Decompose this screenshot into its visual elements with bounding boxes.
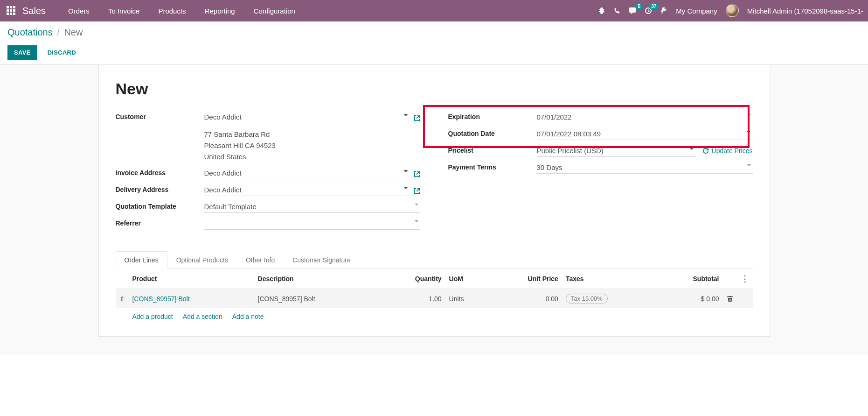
col-unit-price[interactable]: Unit Price — [488, 269, 562, 289]
delivery-address-field[interactable] — [204, 184, 410, 196]
breadcrumb-root[interactable]: Quotations — [7, 27, 53, 37]
pricelist-label: Pricelist — [448, 145, 537, 154]
add-note-link[interactable]: Add a note — [232, 313, 264, 320]
customer-label: Customer — [116, 111, 204, 120]
customer-address: 77 Santa Barbara Rd Pleasant Hill CA 945… — [204, 129, 420, 162]
add-section-link[interactable]: Add a section — [183, 313, 222, 320]
line-product[interactable]: [CONS_89957] Bolt — [132, 295, 190, 303]
col-uom[interactable]: UoM — [445, 269, 489, 289]
line-unit-price[interactable]: 0.00 — [488, 289, 562, 309]
form-sheet: New Customer — [98, 65, 770, 337]
columns-menu-icon[interactable]: ⋮ — [741, 274, 749, 283]
external-link-icon[interactable] — [414, 113, 420, 121]
save-button[interactable]: SAVE — [7, 45, 37, 60]
referrer-field[interactable] — [204, 218, 420, 230]
tools-icon[interactable] — [660, 7, 667, 14]
quotation-date-label: Quotation Date — [448, 128, 537, 137]
invoice-address-field[interactable] — [204, 167, 410, 179]
quotation-template-label: Quotation Template — [116, 201, 204, 210]
nav-menu: Orders To Invoice Products Reporting Con… — [59, 7, 305, 15]
tab-optional-products[interactable]: Optional Products — [167, 251, 237, 269]
app-brand[interactable]: Sales — [22, 6, 46, 16]
drag-handle-icon[interactable]: ⇳ — [116, 289, 129, 309]
record-title: New — [116, 80, 753, 98]
nav-configuration[interactable]: Configuration — [244, 7, 305, 15]
pricelist-field[interactable] — [537, 145, 696, 157]
messaging-badge: 5 — [635, 3, 643, 9]
line-tax[interactable]: Tax 15.00% — [566, 294, 608, 303]
breadcrumb-current: New — [64, 27, 83, 37]
expiration-label: Expiration — [448, 111, 537, 120]
user-menu[interactable]: Mitchell Admin (17052098-saas-15-1- — [747, 7, 863, 15]
refresh-icon — [702, 148, 709, 154]
col-quantity[interactable]: Quantity — [380, 269, 445, 289]
tab-order-lines[interactable]: Order Lines — [116, 251, 167, 269]
line-quantity[interactable]: 1.00 — [380, 289, 445, 309]
order-lines-table: Product Description Quantity UoM Unit Pr… — [116, 269, 753, 325]
line-description[interactable]: [CONS_89957] Bolt — [254, 289, 380, 309]
external-link-icon[interactable] — [414, 186, 420, 194]
payment-terms-field[interactable] — [537, 162, 753, 174]
line-uom[interactable]: Units — [445, 289, 489, 309]
activities-badge: 37 — [649, 3, 659, 9]
table-row[interactable]: ⇳ [CONS_89957] Bolt [CONS_89957] Bolt 1.… — [116, 289, 753, 309]
delete-line-icon[interactable] — [723, 289, 737, 309]
customer-field[interactable] — [204, 111, 410, 123]
line-subtotal: $ 0.00 — [658, 289, 722, 309]
delivery-address-label: Delivery Address — [116, 184, 204, 193]
col-taxes[interactable]: Taxes — [562, 269, 658, 289]
company-selector[interactable]: My Company — [676, 7, 717, 15]
quotation-template-field[interactable] — [204, 201, 420, 213]
nav-products[interactable]: Products — [149, 7, 195, 15]
discard-button[interactable]: DISCARD — [41, 45, 83, 60]
payment-terms-label: Payment Terms — [448, 162, 537, 171]
expiration-field[interactable] — [537, 111, 753, 123]
col-subtotal[interactable]: Subtotal — [658, 269, 722, 289]
tab-customer-signature[interactable]: Customer Signature — [284, 251, 360, 269]
add-product-link[interactable]: Add a product — [132, 313, 173, 320]
nav-reporting[interactable]: Reporting — [195, 7, 244, 15]
breadcrumb: Quotations / New — [7, 27, 861, 38]
referrer-label: Referrer — [116, 218, 204, 227]
debug-icon[interactable] — [598, 7, 605, 14]
messaging-icon[interactable]: 5 — [629, 7, 636, 14]
nav-to-invoice[interactable]: To Invoice — [99, 7, 149, 15]
notebook-tabs: Order Lines Optional Products Other Info… — [116, 251, 753, 269]
quotation-date-field[interactable] — [537, 128, 753, 140]
control-panel: Quotations / New SAVE DISCARD — [0, 21, 868, 65]
phone-icon[interactable] — [614, 7, 620, 14]
tab-other-info[interactable]: Other Info — [237, 251, 284, 269]
col-product[interactable]: Product — [129, 269, 254, 289]
avatar[interactable] — [726, 4, 739, 17]
update-prices-button[interactable]: Update Prices — [702, 147, 753, 155]
apps-icon[interactable] — [7, 6, 16, 15]
invoice-address-label: Invoice Address — [116, 167, 204, 176]
activities-icon[interactable]: 37 — [645, 7, 652, 14]
external-link-icon[interactable] — [414, 169, 420, 177]
nav-orders[interactable]: Orders — [59, 7, 99, 15]
top-navbar: Sales Orders To Invoice Products Reporti… — [0, 0, 868, 21]
col-description[interactable]: Description — [254, 269, 380, 289]
